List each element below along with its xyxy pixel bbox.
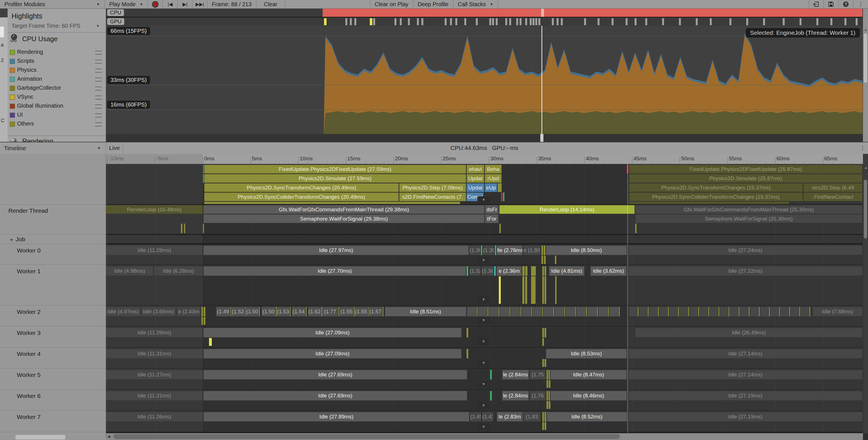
timeline-block[interactable]	[522, 276, 524, 304]
timeline-block[interactable]	[577, 307, 586, 316]
timeline-block[interactable]	[184, 224, 185, 233]
timeline-block[interactable]	[204, 307, 205, 316]
timeline-block[interactable]: Gfx.WaitForGfxCommandsFromMainThread (25…	[635, 205, 862, 214]
thread-label-worker-5[interactable]: Worker 5	[17, 372, 41, 378]
timeline-kebab-menu[interactable]: ⋮	[858, 142, 867, 154]
timeline-block[interactable]	[545, 276, 546, 304]
timeline-block[interactable]: Idle (6.28ms)	[154, 266, 203, 276]
timeline-block[interactable]	[718, 307, 719, 316]
timeline-block[interactable]: RenderLoop (16.48ms)	[106, 205, 203, 214]
profiler-modules-dropdown[interactable]: Profiler Modules ▼	[0, 0, 105, 8]
timeline-block[interactable]: rUpd	[485, 174, 502, 183]
timeline-block[interactable]	[541, 245, 543, 255]
gpu-frames-track[interactable]: GPU	[106, 18, 863, 26]
timeline-block[interactable]	[790, 307, 799, 316]
timeline-block[interactable]: Idle (11.31ms)	[106, 391, 203, 401]
timeline-block[interactable]	[549, 370, 550, 379]
timeline-block[interactable]: (1.62	[308, 307, 321, 316]
timeline-block[interactable]	[708, 307, 709, 316]
timeline-block[interactable]	[545, 328, 546, 337]
drag-handle-icon[interactable]	[95, 96, 102, 100]
timeline-block[interactable]: (1.76	[530, 391, 546, 401]
timeline-block[interactable]: tFor	[485, 214, 498, 223]
cpu-usage-chart[interactable]: 66ms (15FPS)33ms (30FPS)16ms (60FPS) Sel…	[106, 26, 863, 142]
timeline-block[interactable]	[638, 307, 639, 316]
timeline-block[interactable]: Physics2D.Simulate (27.59ms)	[204, 174, 466, 183]
timeline-block[interactable]	[750, 307, 758, 316]
timeline-block[interactable]: Idle (11.29ms)	[106, 245, 203, 255]
timeline-block[interactable]: (1.50	[246, 307, 259, 316]
collapse-lane-button[interactable]: ▼	[477, 359, 490, 367]
timeline-block[interactable]: Physics2D.Simulate (25.87ms)	[629, 174, 862, 183]
timeline-block[interactable]: Idle (11.26ms)	[106, 412, 203, 421]
timeline-block[interactable]	[555, 307, 564, 316]
timeline-block[interactable]	[209, 338, 212, 346]
timeline-block[interactable]: (1.43	[482, 412, 493, 421]
timeline-block[interactable]: Idle (27.19ms)	[628, 412, 862, 421]
timeline-block[interactable]: Idle (27.70ms)	[204, 266, 466, 276]
timeline-block[interactable]: le (2.84ms	[502, 370, 529, 379]
timeline-block[interactable]: (1.54	[292, 307, 306, 316]
timeline-block[interactable]	[511, 307, 520, 316]
timeline-block[interactable]	[509, 307, 510, 316]
timeline-block[interactable]	[759, 307, 760, 316]
timeline-block[interactable]: le (2.84ms	[502, 391, 529, 401]
timeline-block[interactable]	[629, 307, 638, 316]
timeline-block[interactable]	[609, 307, 619, 316]
horizontal-scrollbar-thumb[interactable]	[113, 434, 620, 439]
timeline-block[interactable]: Physics2D.Step (7.09ms)	[399, 183, 466, 192]
timeline-block[interactable]	[495, 245, 496, 255]
thread-label-job[interactable]: ▼Job	[9, 236, 25, 243]
timeline-block[interactable]	[801, 307, 809, 316]
timeline-block[interactable]: FixedUpdate.Physics2DFixedUpdate (25.87m…	[629, 165, 862, 173]
timeline-block[interactable]: Idle (27.09ms)	[204, 328, 462, 337]
timeline-block[interactable]	[770, 307, 779, 316]
timeline-block[interactable]: Idle (27.09ms)	[204, 349, 462, 359]
timeline-block[interactable]	[547, 370, 548, 379]
timeline-block[interactable]	[542, 266, 544, 276]
timeline-block[interactable]	[720, 307, 728, 316]
timeline-block[interactable]	[481, 245, 482, 255]
timeline-block[interactable]	[545, 422, 546, 430]
frame-playhead-handle[interactable]	[540, 134, 544, 142]
timeline-block[interactable]	[290, 307, 291, 316]
timeline-block[interactable]: Beha	[485, 165, 502, 173]
timeline-block[interactable]: Idle (27.24ms)	[628, 245, 862, 255]
timeline-block[interactable]	[670, 307, 678, 316]
timeline-block[interactable]	[522, 266, 525, 276]
timeline-block[interactable]	[520, 307, 521, 316]
clear-button[interactable]: Clear	[256, 0, 285, 8]
timeline-block[interactable]: Idle (8.51ms)	[385, 307, 466, 316]
timeline-block[interactable]: RenderLoop (14.14ms)	[499, 205, 634, 214]
timeline-block[interactable]	[467, 266, 468, 276]
timeline-horizontal-scrollbar[interactable]: ◀	[0, 433, 868, 440]
timeline-block[interactable]	[740, 307, 748, 316]
play-mode-dropdown[interactable]: Play Mode ▼	[105, 0, 148, 8]
timeline-block[interactable]	[668, 307, 669, 316]
timeline-block[interactable]	[547, 401, 548, 409]
timeline-block[interactable]: eUp	[485, 183, 497, 192]
timeline-block[interactable]	[730, 307, 738, 316]
timeline-block[interactable]: Idle (27.69ms)	[204, 391, 467, 401]
timeline-block[interactable]: (1.75	[530, 370, 546, 379]
timeline-block[interactable]: Updat	[467, 183, 484, 192]
timeline-block[interactable]: Idle (11.31ms)	[106, 349, 203, 359]
toolbar-kebab-menu[interactable]: ⋮	[853, 0, 868, 8]
timeline-block[interactable]: Idle (8.47ms)	[551, 370, 627, 379]
drag-handle-icon[interactable]	[95, 105, 102, 108]
timeline-block[interactable]	[544, 245, 546, 255]
timeline-block[interactable]: Idle (27.14ms)	[628, 349, 862, 359]
timeline-block[interactable]: Idle (4.81ms)	[549, 266, 584, 276]
legend-item-garbagecollector[interactable]: GarbageCollector	[7, 84, 106, 92]
timeline-block[interactable]: Idle (8.50ms)	[546, 245, 627, 255]
timeline-block[interactable]	[525, 276, 527, 304]
timeline-block[interactable]	[501, 193, 502, 201]
timeline-block[interactable]	[575, 307, 576, 316]
timeline-scrollbar-thumb[interactable]	[864, 180, 867, 238]
foldout-arrow-icon[interactable]: ▼	[9, 238, 13, 242]
timeline-block[interactable]	[769, 307, 770, 316]
timeline-block[interactable]	[659, 307, 668, 316]
time-ruler[interactable]: -10ms-5ms0ms5ms10ms15ms20ms25ms30ms35ms4…	[0, 154, 868, 164]
timeline-block[interactable]: Idle (27.14ms)	[628, 370, 862, 379]
timeline-block[interactable]	[503, 193, 504, 201]
